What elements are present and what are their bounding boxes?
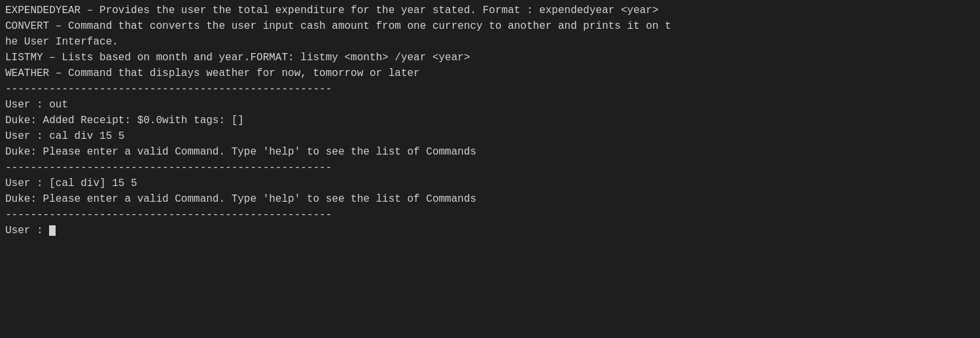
user-line: User : out [5,97,975,113]
text-line: WEATHER – Command that displays weather … [5,66,975,81]
duke-line: Duke: Please enter a valid Command. Type… [5,191,975,207]
text-line: LISTMY – Lists based on month and year.F… [5,50,975,66]
divider-line: ----------------------------------------… [5,160,975,176]
user-line: User : cal div 15 5 [5,128,975,144]
terminal-content: EXPENDEDYEAR – Provides the user the tot… [5,3,975,238]
text-line: he User Interface. [5,34,975,50]
text-line: CONVERT – Command that converts the user… [5,18,975,34]
terminal: EXPENDEDYEAR – Provides the user the tot… [0,0,980,338]
user-line: User : [cal div] 15 5 [5,176,975,191]
divider-line: ----------------------------------------… [5,81,975,97]
cursor [49,225,56,236]
text-line: EXPENDEDYEAR – Provides the user the tot… [5,3,975,18]
divider-line: ----------------------------------------… [5,207,975,223]
user-prompt: User : [5,223,49,238]
duke-line: Duke: Added Receipt: $0.0with tags: [] [5,113,975,128]
input-line[interactable]: User : [5,223,975,238]
duke-line: Duke: Please enter a valid Command. Type… [5,144,975,160]
